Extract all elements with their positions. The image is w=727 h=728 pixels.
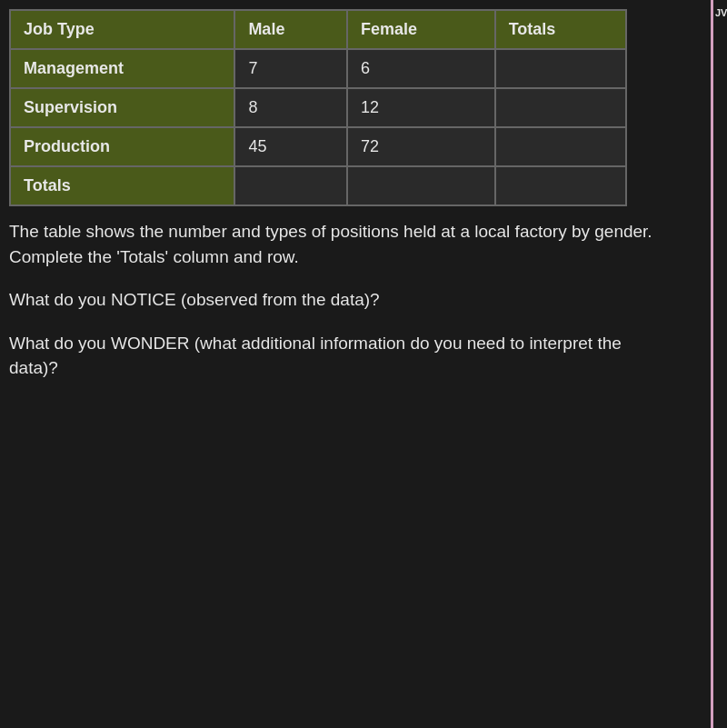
table-row: Supervision 8 12: [10, 88, 626, 127]
cell-management-totals: [495, 49, 626, 88]
col-header-totals: Totals: [495, 10, 626, 49]
cell-supervision-totals: [495, 88, 626, 127]
row-label-supervision: Supervision: [10, 88, 234, 127]
row-label-management: Management: [10, 49, 234, 88]
main-content: Job Type Male Female Totals Management 7…: [0, 0, 711, 728]
description-text: The table shows the number and types of …: [9, 219, 663, 269]
col-header-female: Female: [347, 10, 495, 49]
wonder-prompt: What do you WONDER (what additional info…: [9, 331, 663, 381]
cell-totals-female: [347, 166, 495, 205]
data-table: Job Type Male Female Totals Management 7…: [9, 9, 627, 206]
cell-production-totals: [495, 127, 626, 166]
table-row: Totals: [10, 166, 626, 205]
table-row: Management 7 6: [10, 49, 626, 88]
cell-management-female: 6: [347, 49, 495, 88]
row-label-production: Production: [10, 127, 234, 166]
sidebar-label: JV: [715, 7, 727, 18]
cell-supervision-female: 12: [347, 88, 495, 127]
cell-production-female: 72: [347, 127, 495, 166]
cell-management-male: 7: [234, 49, 347, 88]
sidebar: JV: [711, 0, 727, 728]
table-header-row: Job Type Male Female Totals: [10, 10, 626, 49]
cell-supervision-male: 8: [234, 88, 347, 127]
row-label-totals: Totals: [10, 166, 234, 205]
cell-totals-male: [234, 166, 347, 205]
cell-production-male: 45: [234, 127, 347, 166]
notice-prompt: What do you NOTICE (observed from the da…: [9, 287, 663, 313]
cell-totals-totals: [495, 166, 626, 205]
table-row: Production 45 72: [10, 127, 626, 166]
col-header-male: Male: [234, 10, 347, 49]
col-header-jobtype: Job Type: [10, 10, 234, 49]
